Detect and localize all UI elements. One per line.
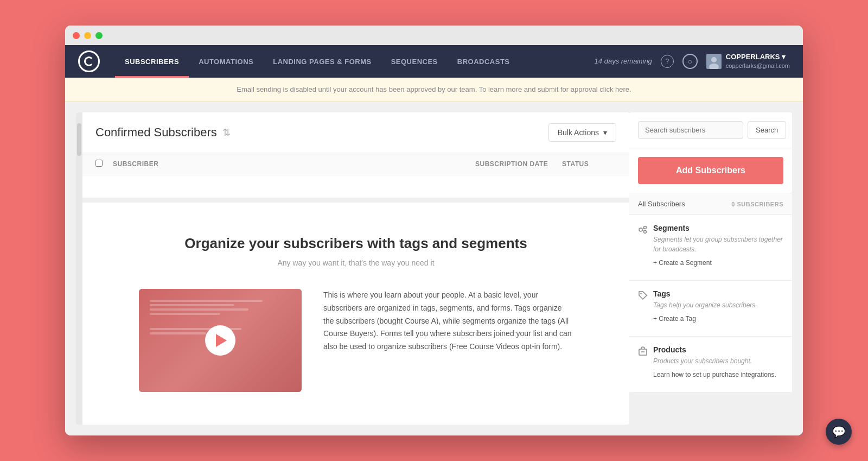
main-nav: SUBSCRIBERS AUTOMATIONS LANDING PAGES & … [65, 45, 803, 78]
products-header: Products Products your subscribers bough… [638, 345, 783, 379]
maximize-button[interactable] [95, 32, 103, 39]
bulk-actions-label: Bulk Actions [558, 128, 599, 137]
minimize-button[interactable] [84, 32, 91, 39]
vertical-scrollbar[interactable] [76, 112, 82, 425]
table-header: SUBSCRIBER SUBSCRIPTION DATE STATUS [82, 153, 629, 175]
empty-state-title: Organize your subscribers with tags and … [104, 235, 608, 252]
user-menu[interactable]: COPPERLARKS ▾ copperlarks@gmail.com [706, 52, 790, 71]
content-area: Confirmed Subscribers ⇅ Bulk Actions ▾ S… [76, 112, 629, 425]
search-area: Search [629, 112, 792, 148]
notifications-button[interactable]: ○ [682, 54, 698, 69]
empty-state-content: This is where you learn about your peopl… [139, 289, 573, 392]
sidebar-inner: Search Add Subscribers All Subscribers 0… [629, 112, 792, 393]
user-info: COPPERLARKS ▾ copperlarks@gmail.com [726, 52, 790, 71]
svg-point-3 [639, 228, 642, 231]
video-thumb-bg [139, 289, 302, 392]
empty-state-body: This is where you learn about your peopl… [323, 289, 573, 353]
tags-title: Tags [653, 289, 783, 298]
empty-state-subtitle: Any way you want it, that's the way you … [104, 258, 608, 267]
play-button[interactable] [205, 325, 235, 356]
chat-button[interactable]: 💬 [826, 419, 852, 445]
notification-banner: Email sending is disabled until your acc… [65, 78, 803, 102]
subscribers-header: Confirmed Subscribers ⇅ Bulk Actions ▾ [82, 112, 629, 153]
logo-icon [84, 56, 94, 66]
products-desc: Products your subscribers bought. [653, 356, 783, 366]
user-email: copperlarks@gmail.com [726, 62, 790, 70]
dropdown-arrow-icon: ▾ [603, 128, 607, 137]
products-title: Products [653, 345, 783, 354]
trial-text: 14 days remaining [595, 57, 652, 65]
chat-icon: 💬 [832, 425, 846, 438]
all-subscribers-row[interactable]: All Subscribers 0 SUBSCRIBERS [629, 193, 792, 215]
main-content: Confirmed Subscribers ⇅ Bulk Actions ▾ S… [65, 102, 803, 435]
page-title: Confirmed Subscribers [95, 125, 217, 140]
title-group: Confirmed Subscribers ⇅ [95, 125, 231, 140]
tags-content: Tags Tags help you organize subscribers.… [653, 289, 783, 323]
nav-links: SUBSCRIBERS AUTOMATIONS LANDING PAGES & … [115, 45, 595, 78]
col-subscriber-header: SUBSCRIBER [113, 160, 475, 168]
svg-point-1 [711, 57, 717, 62]
bulk-actions-button[interactable]: Bulk Actions ▾ [548, 123, 616, 142]
svg-point-8 [640, 293, 641, 294]
tags-icon [638, 291, 648, 302]
svg-line-6 [642, 228, 644, 229]
nav-link-broadcasts[interactable]: BROADCASTS [448, 45, 520, 78]
nav-link-landing-pages[interactable]: LANDING PAGES & FORMS [263, 45, 381, 78]
tags-desc: Tags help you organize subscribers. [653, 300, 783, 310]
checkbox-input[interactable] [95, 160, 103, 167]
col-date-header: SUBSCRIPTION DATE [475, 160, 562, 168]
products-icon [638, 346, 648, 358]
logo[interactable] [78, 50, 100, 72]
title-toggle-icon[interactable]: ⇅ [222, 127, 231, 138]
main-panel: Confirmed Subscribers ⇅ Bulk Actions ▾ S… [82, 112, 629, 425]
segments-section: Segments Segments let you group subscrib… [629, 215, 792, 281]
all-subscribers-label: All Subscribers [638, 200, 685, 208]
horizontal-scrollbar[interactable] [82, 198, 629, 202]
subscribers-count: 0 SUBSCRIBERS [731, 201, 783, 207]
user-name: COPPERLARKS ▾ [726, 52, 790, 62]
products-content: Products Products your subscribers bough… [653, 345, 783, 379]
avatar [706, 54, 722, 69]
svg-point-5 [644, 231, 647, 233]
empty-state: Organize your subscribers with tags and … [82, 203, 629, 425]
nav-link-sequences[interactable]: SEQUENCES [381, 45, 448, 78]
svg-line-7 [642, 230, 644, 231]
create-segment-link[interactable]: + Create a Segment [653, 259, 712, 267]
nav-right: 14 days remaining ? ○ COPPERLARKS ▾ copp… [595, 52, 790, 71]
tags-section: Tags Tags help you organize subscribers.… [629, 281, 792, 337]
play-icon [216, 334, 227, 347]
add-subscribers-button[interactable]: Add Subscribers [638, 157, 783, 184]
create-tag-link[interactable]: + Create a Tag [653, 315, 696, 323]
help-button[interactable]: ? [661, 55, 674, 68]
select-all-checkbox[interactable] [95, 160, 106, 168]
table-scroll-area [82, 175, 629, 203]
close-button[interactable] [73, 32, 80, 39]
search-input[interactable] [638, 121, 743, 139]
products-link[interactable]: Learn how to set up purchase integration… [653, 371, 776, 378]
tags-header: Tags Tags help you organize subscribers.… [638, 289, 783, 323]
title-bar [65, 26, 803, 45]
segments-title: Segments [653, 224, 783, 232]
right-sidebar: Search Add Subscribers All Subscribers 0… [629, 112, 792, 425]
svg-point-4 [644, 226, 647, 229]
segments-header: Segments Segments let you group subscrib… [638, 224, 783, 267]
col-status-header: STATUS [562, 160, 616, 168]
banner-text: Email sending is disabled until your acc… [237, 85, 631, 93]
segments-icon [638, 225, 648, 237]
segments-content: Segments Segments let you group subscrib… [653, 224, 783, 267]
scroll-thumb [77, 123, 81, 156]
video-thumbnail[interactable] [139, 289, 302, 392]
segments-desc: Segments let you group subscribers toget… [653, 235, 783, 254]
nav-link-automations[interactable]: AUTOMATIONS [189, 45, 263, 78]
app-window: SUBSCRIBERS AUTOMATIONS LANDING PAGES & … [65, 26, 803, 435]
nav-link-subscribers[interactable]: SUBSCRIBERS [115, 45, 189, 78]
search-button[interactable]: Search [748, 121, 786, 139]
products-section: Products Products your subscribers bough… [629, 337, 792, 393]
